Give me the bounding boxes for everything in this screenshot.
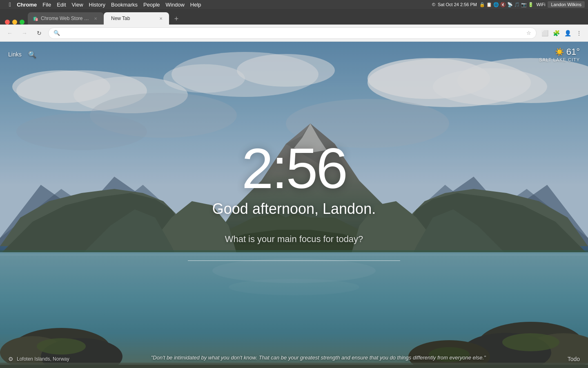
address-right-icons: ⬜ 🧩 👤 ⋮: [540, 28, 584, 38]
todo-button[interactable]: Todo: [568, 356, 580, 362]
wifi-icon: WiFi: [536, 2, 545, 7]
chrome-menu-icon[interactable]: ⋮: [574, 28, 584, 38]
tab-bar: 🛍️ Chrome Web Store - Apps ✕ New Tab ✕ +: [0, 9, 588, 25]
close-window-button[interactable]: [5, 20, 10, 25]
location-text: Lofoten Islands, Norway: [17, 356, 69, 362]
newtab-center-content: 2:56 Good afternoon, Landon. What is you…: [0, 67, 588, 350]
tab-close-1[interactable]: ✕: [92, 15, 99, 22]
address-bar: ← → ↻ 🔍 ☆ ⬜ 🧩 👤 ⋮: [0, 25, 588, 42]
file-menu[interactable]: File: [42, 2, 51, 8]
omnibox-icons: ☆: [526, 30, 531, 36]
menu-icons-row: 🔒 📋 🌐 🔇 📡 🎵 📷 🔋: [479, 2, 534, 7]
forward-button[interactable]: →: [19, 27, 30, 39]
edit-menu[interactable]: Edit: [57, 2, 66, 8]
menu-time: Sat Oct 24 2:56 PM: [438, 2, 477, 7]
minimize-window-button[interactable]: [12, 20, 17, 25]
tab-label-1: Chrome Web Store - Apps: [41, 16, 90, 21]
people-menu[interactable]: People: [143, 2, 160, 8]
links-button[interactable]: Links: [8, 51, 22, 58]
greeting-text: Good afternoon, Landon.: [212, 200, 376, 218]
tab-new-tab[interactable]: New Tab ✕: [104, 12, 169, 25]
window-menu[interactable]: Window: [166, 2, 185, 8]
weather-city: SALT LAKE CITY: [539, 57, 580, 62]
profile-icon[interactable]: 👤: [563, 28, 572, 38]
focus-input[interactable]: [188, 249, 400, 258]
settings-gear-icon[interactable]: ⚙: [8, 356, 13, 362]
window-controls-chrome[interactable]: [5, 20, 24, 25]
quote-text: "Don't be intimidated by what you don't …: [69, 354, 568, 362]
menu-bar-right: © Sat Oct 24 2:56 PM 🔒 📋 🌐 🔇 📡 🎵 📷 🔋 WiF…: [432, 1, 585, 8]
tab-label-2: New Tab: [111, 16, 130, 21]
search-button[interactable]: 🔍: [28, 51, 36, 58]
help-menu[interactable]: Help: [190, 2, 201, 8]
focus-input-wrapper[interactable]: [188, 249, 400, 261]
search-icon: 🔍: [53, 30, 60, 36]
view-menu[interactable]: View: [72, 2, 83, 8]
tab-favicon-1: 🛍️: [33, 16, 38, 21]
cast-icon[interactable]: ⬜: [540, 28, 550, 38]
newtab-overlay: Links 🔍 ☀️ 61° SALT LAKE CITY 2:56 Good …: [0, 42, 588, 368]
back-button[interactable]: ←: [4, 27, 16, 39]
omnibox[interactable]: 🔍 ☆: [48, 27, 537, 39]
weather-widget: ☀️ 61° SALT LAKE CITY: [539, 47, 580, 62]
focus-prompt-text: What is your main focus for today?: [225, 234, 363, 245]
app-name-menu[interactable]: Chrome: [17, 2, 37, 8]
tab-chrome-web-store[interactable]: 🛍️ Chrome Web Store - Apps ✕: [28, 12, 104, 25]
apple-menu[interactable]: : [9, 1, 11, 8]
main-content: Links 🔍 ☀️ 61° SALT LAKE CITY 2:56 Good …: [0, 42, 588, 368]
newtab-topbar: Links 🔍 ☀️ 61° SALT LAKE CITY: [0, 42, 588, 67]
history-menu[interactable]: History: [89, 2, 105, 8]
new-tab-button[interactable]: +: [171, 13, 182, 25]
location-info: ⚙ Lofoten Islands, Norway: [8, 356, 69, 362]
copyright-icon: ©: [432, 2, 435, 7]
clock-display: 2:56: [242, 140, 346, 197]
url-input[interactable]: [62, 30, 524, 36]
tab-close-2[interactable]: ✕: [158, 15, 164, 22]
extensions-icon[interactable]: 🧩: [551, 28, 561, 38]
menu-bar:  Chrome File Edit View History Bookmark…: [0, 0, 588, 9]
weather-temperature: 61°: [566, 47, 580, 57]
reload-button[interactable]: ↻: [33, 27, 45, 39]
bookmark-star-icon[interactable]: ☆: [526, 30, 531, 36]
maximize-window-button[interactable]: [20, 20, 24, 25]
menu-bar-icons: © Sat Oct 24 2:56 PM 🔒 📋 🌐 🔇 📡 🎵 📷 🔋 WiF…: [432, 1, 585, 8]
bookmarks-menu[interactable]: Bookmarks: [111, 2, 138, 8]
newtab-bottombar: ⚙ Lofoten Islands, Norway "Don't be inti…: [0, 350, 588, 368]
menu-user[interactable]: Landon Wilkins: [548, 1, 585, 8]
weather-icon: ☀️: [555, 47, 564, 56]
